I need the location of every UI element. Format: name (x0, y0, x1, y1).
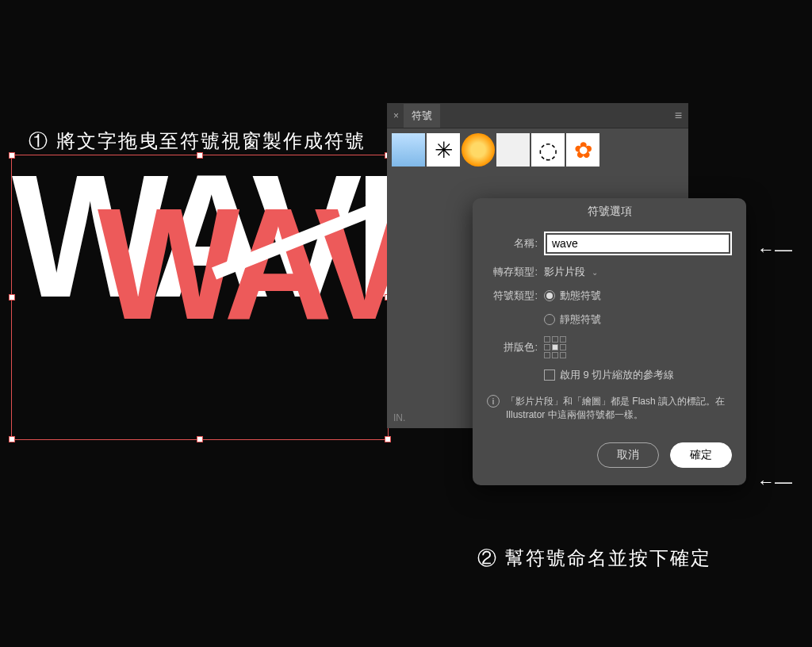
selection-handle[interactable] (197, 152, 203, 159)
pointer-arrow-icon: ←— (757, 239, 792, 260)
symbol-item-box[interactable] (496, 133, 530, 167)
export-type-value: 影片片段 (544, 265, 585, 279)
symbol-item-ink[interactable]: ✳ (427, 133, 460, 167)
radio-dynamic-label: 動態符號 (560, 289, 601, 303)
info-text: 「影片片段」和「繪圖」都是 Flash 讀入的標記。在 Illustrator … (506, 395, 732, 422)
export-type-row: 轉存類型: 影片片段 ⌄ (473, 260, 746, 284)
selection-handle[interactable] (9, 436, 15, 442)
registration-row: 拼版色: (473, 331, 746, 363)
dialog-title: 符號選項 (473, 198, 746, 227)
symbol-item-flower[interactable]: ✿ (566, 133, 599, 167)
registration-grid[interactable] (544, 336, 566, 358)
symbols-tab[interactable]: 符號 (404, 104, 440, 128)
pointer-arrow-icon: ←— (757, 472, 792, 492)
selection-handle[interactable] (197, 436, 203, 442)
symbol-grid: ✳ ◌ ✿ (387, 128, 688, 171)
panel-menu-icon[interactable]: ≡ (675, 109, 682, 123)
symbol-type-label: 符號類型: (487, 289, 538, 303)
symbol-item-gradient[interactable] (392, 133, 425, 167)
symbol-item-sphere[interactable] (462, 133, 495, 167)
panel-tab-bar: × 符號 ≡ (387, 103, 688, 128)
panel-footer-text: IN. (393, 412, 405, 423)
close-icon[interactable]: × (393, 110, 399, 121)
registration-label: 拼版色: (487, 340, 538, 354)
chevron-down-icon: ⌄ (592, 268, 598, 277)
info-icon: i (487, 395, 500, 408)
selection-handle[interactable] (385, 436, 391, 442)
symbol-type-static-row: 靜態符號 (473, 308, 746, 331)
symbol-options-dialog: 符號選項 名稱: 轉存類型: 影片片段 ⌄ 符號類型: 動態符號 靜態符號 拼版… (473, 198, 746, 485)
selection-handle[interactable] (9, 294, 15, 301)
annotation-step-2: ② 幫符號命名並按下確定 (477, 546, 711, 571)
export-type-label: 轉存類型: (487, 265, 538, 279)
export-type-select[interactable]: 影片片段 ⌄ (544, 265, 598, 279)
radio-dynamic[interactable] (544, 290, 555, 301)
symbol-item-ring[interactable]: ◌ (531, 133, 565, 167)
slice-checkbox[interactable] (544, 369, 555, 381)
name-row: 名稱: (473, 227, 746, 260)
name-input-highlight (544, 232, 732, 255)
ok-button[interactable]: 確定 (670, 442, 732, 468)
name-label: 名稱: (487, 236, 538, 251)
cancel-button[interactable]: 取消 (597, 442, 659, 468)
info-row: i 「影片片段」和「繪圖」都是 Flash 讀入的標記。在 Illustrato… (473, 387, 746, 427)
symbol-type-row: 符號類型: 動態符號 (473, 284, 746, 308)
radio-static-label: 靜態符號 (560, 312, 601, 327)
name-input[interactable] (547, 235, 729, 252)
slice-label: 啟用 9 切片縮放的參考線 (560, 368, 674, 382)
svg-line-0 (214, 194, 412, 274)
slice-row: 啟用 9 切片縮放的參考線 (473, 363, 746, 387)
selection-handle[interactable] (9, 152, 15, 159)
dialog-buttons: 取消 確定 (473, 427, 746, 471)
radio-static[interactable] (544, 314, 555, 325)
